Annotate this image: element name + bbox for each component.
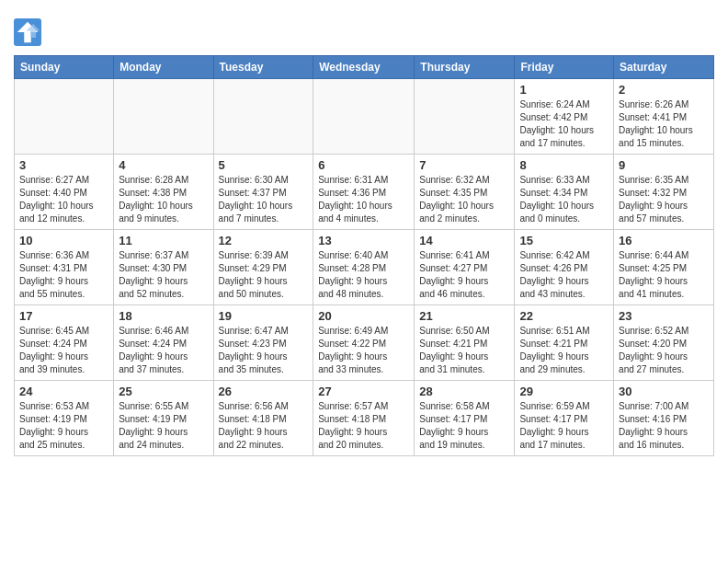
week-row-2: 3Sunrise: 6:27 AMSunset: 4:40 PMDaylight…	[15, 155, 714, 230]
day-cell: 26Sunrise: 6:56 AMSunset: 4:18 PMDayligh…	[213, 381, 313, 456]
day-number: 1	[519, 83, 609, 97]
day-cell	[15, 79, 114, 155]
day-info: Sunrise: 6:26 AMSunset: 4:41 PMDaylight:…	[619, 98, 709, 150]
day-number: 11	[119, 234, 208, 247]
day-info: Sunrise: 6:57 AMSunset: 4:18 PMDaylight:…	[318, 400, 409, 452]
day-number: 9	[619, 158, 709, 172]
day-cell: 16Sunrise: 6:44 AMSunset: 4:25 PMDayligh…	[614, 230, 714, 305]
day-number: 23	[619, 309, 709, 323]
day-cell: 5Sunrise: 6:30 AMSunset: 4:37 PMDaylight…	[213, 155, 313, 230]
day-cell: 18Sunrise: 6:46 AMSunset: 4:24 PMDayligh…	[114, 305, 213, 381]
header	[14, 14, 714, 46]
day-info: Sunrise: 6:24 AMSunset: 4:42 PMDaylight:…	[519, 98, 609, 150]
day-cell: 6Sunrise: 6:31 AMSunset: 4:36 PMDaylight…	[313, 155, 415, 230]
day-info: Sunrise: 6:55 AMSunset: 4:19 PMDaylight:…	[119, 400, 208, 452]
col-header-thursday: Thursday	[415, 56, 515, 79]
day-info: Sunrise: 6:49 AMSunset: 4:22 PMDaylight:…	[318, 325, 409, 376]
day-number: 21	[419, 309, 509, 323]
col-header-saturday: Saturday	[614, 56, 714, 79]
day-number: 4	[119, 158, 208, 172]
day-info: Sunrise: 6:41 AMSunset: 4:27 PMDaylight:…	[419, 249, 509, 301]
day-cell	[415, 79, 515, 155]
day-number: 18	[119, 309, 208, 323]
day-number: 15	[519, 234, 609, 247]
day-info: Sunrise: 6:31 AMSunset: 4:36 PMDaylight:…	[318, 174, 409, 225]
day-info: Sunrise: 6:28 AMSunset: 4:38 PMDaylight:…	[119, 174, 208, 225]
day-cell: 29Sunrise: 6:59 AMSunset: 4:17 PMDayligh…	[515, 381, 614, 456]
day-number: 24	[19, 385, 108, 398]
day-cell: 13Sunrise: 6:40 AMSunset: 4:28 PMDayligh…	[313, 230, 415, 305]
day-info: Sunrise: 6:47 AMSunset: 4:23 PMDaylight:…	[219, 325, 309, 376]
col-header-sunday: Sunday	[15, 56, 114, 79]
day-cell: 23Sunrise: 6:52 AMSunset: 4:20 PMDayligh…	[614, 305, 714, 381]
day-number: 10	[19, 234, 108, 247]
day-number: 14	[419, 234, 509, 247]
week-row-5: 24Sunrise: 6:53 AMSunset: 4:19 PMDayligh…	[15, 381, 714, 456]
day-cell: 21Sunrise: 6:50 AMSunset: 4:21 PMDayligh…	[415, 305, 515, 381]
day-number: 3	[19, 158, 108, 172]
day-info: Sunrise: 6:44 AMSunset: 4:25 PMDaylight:…	[619, 249, 709, 301]
day-cell	[213, 79, 313, 155]
day-number: 13	[318, 234, 409, 247]
col-header-wednesday: Wednesday	[313, 56, 415, 79]
day-cell: 25Sunrise: 6:55 AMSunset: 4:19 PMDayligh…	[114, 381, 213, 456]
day-info: Sunrise: 6:40 AMSunset: 4:28 PMDaylight:…	[318, 249, 409, 301]
day-info: Sunrise: 6:46 AMSunset: 4:24 PMDaylight:…	[119, 325, 208, 376]
day-number: 28	[419, 385, 509, 398]
day-info: Sunrise: 6:42 AMSunset: 4:26 PMDaylight:…	[519, 249, 609, 301]
day-cell: 19Sunrise: 6:47 AMSunset: 4:23 PMDayligh…	[213, 305, 313, 381]
day-number: 2	[619, 83, 709, 97]
logo-icon	[14, 18, 41, 46]
day-cell	[114, 79, 213, 155]
week-row-1: 1Sunrise: 6:24 AMSunset: 4:42 PMDaylight…	[15, 79, 714, 155]
day-cell: 17Sunrise: 6:45 AMSunset: 4:24 PMDayligh…	[15, 305, 114, 381]
day-number: 7	[419, 158, 509, 172]
day-number: 8	[519, 158, 609, 172]
header-row: SundayMondayTuesdayWednesdayThursdayFrid…	[15, 56, 714, 79]
day-cell	[313, 79, 415, 155]
day-cell: 30Sunrise: 7:00 AMSunset: 4:16 PMDayligh…	[614, 381, 714, 456]
day-number: 27	[318, 385, 409, 398]
day-info: Sunrise: 6:51 AMSunset: 4:21 PMDaylight:…	[519, 325, 609, 376]
day-cell: 22Sunrise: 6:51 AMSunset: 4:21 PMDayligh…	[515, 305, 614, 381]
calendar-table: SundayMondayTuesdayWednesdayThursdayFrid…	[14, 55, 714, 456]
day-cell: 20Sunrise: 6:49 AMSunset: 4:22 PMDayligh…	[313, 305, 415, 381]
day-cell: 12Sunrise: 6:39 AMSunset: 4:29 PMDayligh…	[213, 230, 313, 305]
day-info: Sunrise: 6:32 AMSunset: 4:35 PMDaylight:…	[419, 174, 509, 225]
day-info: Sunrise: 6:33 AMSunset: 4:34 PMDaylight:…	[519, 174, 609, 225]
day-info: Sunrise: 6:56 AMSunset: 4:18 PMDaylight:…	[219, 400, 309, 452]
day-info: Sunrise: 6:39 AMSunset: 4:29 PMDaylight:…	[219, 249, 309, 301]
day-info: Sunrise: 6:50 AMSunset: 4:21 PMDaylight:…	[419, 325, 509, 376]
day-cell: 11Sunrise: 6:37 AMSunset: 4:30 PMDayligh…	[114, 230, 213, 305]
day-info: Sunrise: 6:35 AMSunset: 4:32 PMDaylight:…	[619, 174, 709, 225]
day-number: 6	[318, 158, 409, 172]
day-cell: 9Sunrise: 6:35 AMSunset: 4:32 PMDaylight…	[614, 155, 714, 230]
day-info: Sunrise: 6:27 AMSunset: 4:40 PMDaylight:…	[19, 174, 108, 225]
day-cell: 2Sunrise: 6:26 AMSunset: 4:41 PMDaylight…	[614, 79, 714, 155]
day-number: 26	[219, 385, 309, 398]
day-cell: 3Sunrise: 6:27 AMSunset: 4:40 PMDaylight…	[15, 155, 114, 230]
day-number: 16	[619, 234, 709, 247]
day-number: 19	[219, 309, 309, 323]
day-cell: 4Sunrise: 6:28 AMSunset: 4:38 PMDaylight…	[114, 155, 213, 230]
day-info: Sunrise: 6:58 AMSunset: 4:17 PMDaylight:…	[419, 400, 509, 452]
day-cell: 24Sunrise: 6:53 AMSunset: 4:19 PMDayligh…	[15, 381, 114, 456]
day-cell: 8Sunrise: 6:33 AMSunset: 4:34 PMDaylight…	[515, 155, 614, 230]
col-header-monday: Monday	[114, 56, 213, 79]
week-row-4: 17Sunrise: 6:45 AMSunset: 4:24 PMDayligh…	[15, 305, 714, 381]
day-info: Sunrise: 6:52 AMSunset: 4:20 PMDaylight:…	[619, 325, 709, 376]
day-cell: 28Sunrise: 6:58 AMSunset: 4:17 PMDayligh…	[415, 381, 515, 456]
day-number: 12	[219, 234, 309, 247]
day-cell: 7Sunrise: 6:32 AMSunset: 4:35 PMDaylight…	[415, 155, 515, 230]
day-info: Sunrise: 6:37 AMSunset: 4:30 PMDaylight:…	[119, 249, 208, 301]
day-cell: 27Sunrise: 6:57 AMSunset: 4:18 PMDayligh…	[313, 381, 415, 456]
week-row-3: 10Sunrise: 6:36 AMSunset: 4:31 PMDayligh…	[15, 230, 714, 305]
day-cell: 15Sunrise: 6:42 AMSunset: 4:26 PMDayligh…	[515, 230, 614, 305]
day-number: 22	[519, 309, 609, 323]
day-number: 5	[219, 158, 309, 172]
page-container: SundayMondayTuesdayWednesdayThursdayFrid…	[0, 0, 728, 465]
day-info: Sunrise: 6:45 AMSunset: 4:24 PMDaylight:…	[19, 325, 108, 376]
day-number: 29	[519, 385, 609, 398]
day-info: Sunrise: 6:30 AMSunset: 4:37 PMDaylight:…	[219, 174, 309, 225]
day-cell: 10Sunrise: 6:36 AMSunset: 4:31 PMDayligh…	[15, 230, 114, 305]
